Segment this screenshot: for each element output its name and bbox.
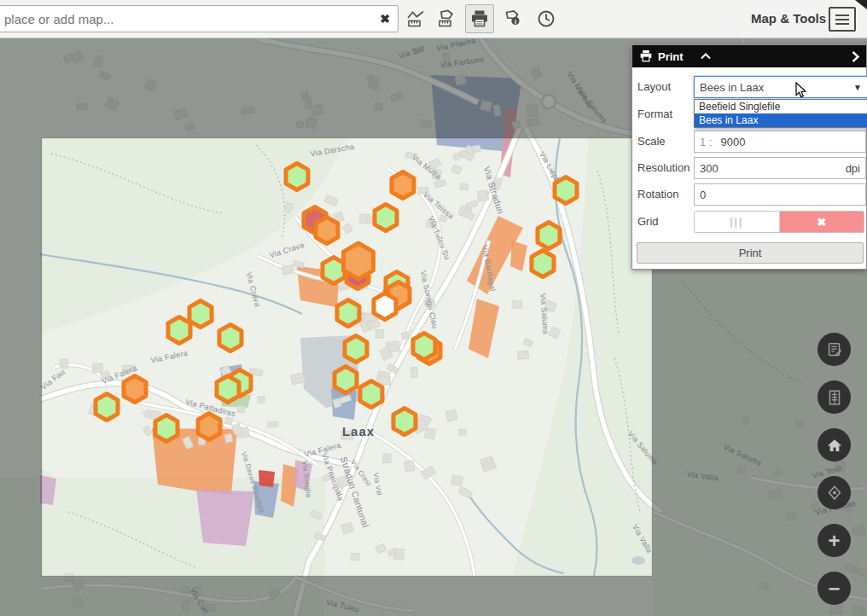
panel-close-arrow-icon[interactable] bbox=[852, 51, 859, 62]
print-panel-header[interactable]: Print bbox=[632, 45, 866, 67]
measure-area-button[interactable] bbox=[432, 4, 461, 33]
bee-hexagon-marker[interactable] bbox=[374, 293, 396, 320]
identify-icon: i bbox=[503, 9, 523, 29]
bee-hexagon-marker[interactable] bbox=[189, 301, 212, 328]
clock-icon bbox=[536, 9, 556, 29]
identify-button[interactable]: i bbox=[498, 4, 527, 33]
print-panel: Print Layout Bees in Laax ▼ Format Beefi… bbox=[631, 44, 867, 270]
bee-hexagon-marker[interactable] bbox=[124, 376, 146, 403]
grid-toggle-grip: ||| bbox=[695, 212, 780, 232]
format-label: Format bbox=[637, 103, 672, 125]
menu-line bbox=[835, 19, 849, 20]
bee-hexagon-marker[interactable] bbox=[538, 223, 560, 249]
measure-line-button[interactable] bbox=[402, 4, 431, 33]
search-input[interactable] bbox=[0, 5, 399, 32]
locate-button[interactable] bbox=[818, 476, 851, 509]
scale-prefix: 1 : bbox=[700, 136, 712, 148]
layout-select[interactable]: Bees in Laax ▼ bbox=[694, 76, 867, 98]
measure-line-icon bbox=[406, 9, 427, 29]
zoom-out-button[interactable]: − bbox=[818, 572, 851, 605]
rotation-value: 0 bbox=[700, 189, 706, 201]
measure-area-icon bbox=[436, 9, 457, 29]
menu-button[interactable] bbox=[829, 7, 856, 32]
bee-hexagon-marker[interactable] bbox=[344, 243, 374, 279]
bee-hexagon-marker[interactable] bbox=[337, 300, 359, 327]
bee-hexagon-marker[interactable] bbox=[360, 381, 382, 408]
print-panel-icon bbox=[639, 50, 653, 62]
time-button[interactable] bbox=[532, 4, 561, 33]
resolution-label: Resolution bbox=[637, 157, 690, 179]
minus-icon: − bbox=[828, 578, 840, 599]
bee-hexagon-marker[interactable] bbox=[345, 336, 367, 363]
dropdown-option-selected[interactable]: Bees in Laax bbox=[695, 113, 867, 127]
document-button[interactable] bbox=[818, 381, 851, 414]
plus-icon: + bbox=[828, 531, 840, 551]
bee-hexagon-marker[interactable] bbox=[316, 218, 338, 244]
bee-hexagon-marker[interactable] bbox=[393, 409, 416, 435]
print-submit-button[interactable]: Print bbox=[637, 242, 864, 264]
resolution-value: 300 bbox=[700, 162, 719, 175]
home-button[interactable] bbox=[818, 428, 851, 462]
bee-hexagon-marker[interactable] bbox=[198, 414, 220, 440]
dropdown-option[interactable]: Beefield Singlefile bbox=[695, 100, 867, 113]
bee-hexagon-marker[interactable] bbox=[532, 251, 554, 277]
layout-select-value: Bees in Laax bbox=[700, 81, 764, 94]
layout-dropdown-list: Beefield Singlefile Bees in Laax bbox=[694, 99, 867, 128]
layout-label: Layout bbox=[637, 76, 671, 98]
print-button-toolbar[interactable] bbox=[465, 4, 494, 33]
bee-hexagon-marker[interactable] bbox=[555, 177, 577, 204]
bee-hexagon-marker[interactable] bbox=[219, 325, 241, 352]
bee-hexagon-marker[interactable] bbox=[155, 416, 177, 442]
bee-hexagon-marker[interactable] bbox=[96, 394, 118, 421]
report-icon bbox=[825, 340, 844, 359]
map-tools-label: Map & Tools bbox=[751, 11, 826, 26]
zoom-in-button[interactable]: + bbox=[818, 524, 851, 557]
resolution-unit: dpi bbox=[846, 162, 860, 175]
scale-label: Scale bbox=[637, 131, 666, 153]
bee-hexagon-marker[interactable] bbox=[392, 172, 414, 199]
locate-icon bbox=[825, 484, 844, 503]
bee-hexagon-marker[interactable] bbox=[375, 205, 397, 231]
menu-line bbox=[835, 15, 849, 16]
report-button[interactable] bbox=[818, 333, 851, 366]
place-label-laax: Laax bbox=[342, 424, 375, 439]
bee-hexagon-marker[interactable] bbox=[217, 376, 239, 403]
bee-hexagon-marker[interactable] bbox=[335, 367, 357, 393]
collapse-chevron-icon[interactable] bbox=[701, 53, 711, 60]
search-clear-icon[interactable]: ✖ bbox=[380, 11, 390, 26]
print-panel-title: Print bbox=[658, 50, 684, 63]
scale-input[interactable]: 1 : 9000 bbox=[694, 131, 866, 153]
svg-text:i: i bbox=[515, 18, 516, 26]
bee-hexagon-marker[interactable] bbox=[413, 334, 435, 360]
grid-toggle-off-icon: ✖ bbox=[780, 212, 864, 232]
menu-line bbox=[835, 23, 849, 25]
home-icon bbox=[825, 436, 844, 455]
search-box: ✖ bbox=[0, 5, 399, 32]
bee-hexagon-marker[interactable] bbox=[168, 317, 190, 344]
print-icon bbox=[469, 9, 490, 29]
resolution-input[interactable]: 300 dpi bbox=[694, 157, 866, 179]
corner-decoration bbox=[855, 0, 867, 9]
rotation-input[interactable]: 0 bbox=[694, 183, 866, 206]
map-application: Via DarschaVia MuttaVia TeissaVia Tuleu … bbox=[0, 0, 867, 616]
scale-value: 9000 bbox=[720, 136, 745, 148]
grid-label: Grid bbox=[637, 211, 659, 233]
grid-toggle[interactable]: ||| ✖ bbox=[694, 211, 864, 233]
bee-hexagon-marker[interactable] bbox=[286, 164, 308, 190]
select-chevron-icon: ▼ bbox=[853, 83, 862, 92]
document-icon bbox=[825, 388, 844, 407]
rotation-label: Rotation bbox=[637, 183, 678, 206]
top-toolbar: ✖ bbox=[0, 0, 867, 38]
